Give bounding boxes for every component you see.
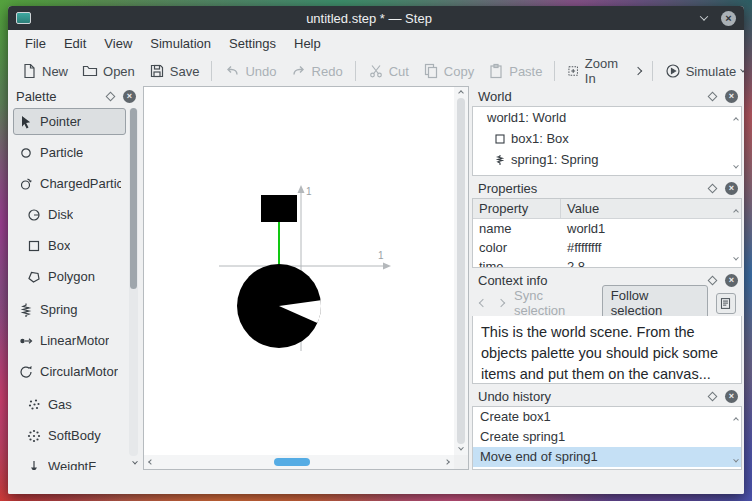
- canvas-hscroll-thumb[interactable]: [274, 458, 310, 466]
- pointer-icon: [18, 114, 34, 130]
- sync-selection-button[interactable]: Sync selection: [514, 288, 594, 318]
- spring-icon: [18, 302, 34, 318]
- simulate-button[interactable]: Simulate: [658, 60, 744, 82]
- float-panel-icon[interactable]: [708, 275, 718, 285]
- palette-item-pointer[interactable]: Pointer: [13, 108, 126, 135]
- palette-scrollbar-thumb[interactable]: [130, 108, 137, 289]
- palette-item-gas[interactable]: Gas: [21, 391, 126, 418]
- toolbar-separator: [554, 61, 555, 81]
- float-panel-icon[interactable]: [708, 183, 718, 193]
- copy-button[interactable]: Copy: [416, 60, 481, 82]
- particle-icon: [18, 145, 34, 161]
- palette-item-circularmotor[interactable]: CircularMotor: [13, 358, 126, 385]
- properties-panel: Properties × Property Value: [472, 178, 742, 268]
- palette-item-weightforce[interactable]: WeightF: [21, 453, 126, 470]
- float-panel-icon[interactable]: [106, 91, 116, 101]
- scroll-left-icon[interactable]: [149, 460, 153, 464]
- x-axis-unit-label: 1: [378, 250, 384, 261]
- app-icon[interactable]: [16, 12, 31, 24]
- scroll-right-icon[interactable]: [445, 460, 449, 464]
- scroll-down-icon[interactable]: [734, 451, 738, 466]
- properties-panel-title: Properties: [478, 181, 709, 196]
- simulate-dropdown-icon[interactable]: [740, 67, 744, 73]
- minimize-button[interactable]: [701, 15, 707, 21]
- palette-item-chargedparticle[interactable]: ChargedParticle: [13, 170, 126, 197]
- float-panel-icon[interactable]: [708, 391, 718, 401]
- scroll-down-icon[interactable]: [459, 447, 463, 451]
- undo-item-create-spring1[interactable]: Create spring1: [473, 427, 741, 447]
- value-column-header[interactable]: Value: [561, 199, 741, 218]
- scroll-up-icon[interactable]: [459, 91, 463, 95]
- palette-item-linearmotor[interactable]: LinearMotor: [13, 327, 126, 354]
- canvas-horizontal-scrollbar[interactable]: [144, 455, 454, 469]
- palette-item-box[interactable]: Box: [21, 232, 126, 259]
- tree-item-spring1[interactable]: spring1: Spring: [473, 149, 741, 170]
- palette-scrollbar[interactable]: [129, 108, 138, 456]
- menu-settings[interactable]: Settings: [220, 33, 285, 54]
- palette-scroll-down-icon[interactable]: [133, 453, 137, 468]
- back-button[interactable]: [478, 300, 488, 306]
- paste-button[interactable]: Paste: [481, 60, 549, 82]
- cut-icon: [368, 63, 384, 79]
- close-panel-icon[interactable]: ×: [725, 90, 738, 103]
- scroll-down-icon[interactable]: [734, 249, 738, 264]
- linear-motor-icon: [18, 333, 34, 349]
- canvas-vscroll-thumb[interactable]: [457, 98, 465, 444]
- menu-simulation[interactable]: Simulation: [141, 33, 220, 54]
- property-row-color[interactable]: color #ffffffff: [473, 238, 741, 257]
- palette-item-particle[interactable]: Particle: [13, 139, 126, 166]
- properties-table: Property Value name world1 color: [473, 199, 741, 268]
- undo-button[interactable]: Undo: [217, 60, 283, 82]
- new-button[interactable]: New: [14, 60, 75, 82]
- scroll-up-icon[interactable]: [734, 202, 738, 217]
- menu-help[interactable]: Help: [285, 33, 330, 54]
- redo-button[interactable]: Redo: [284, 60, 350, 82]
- tree-item-box1[interactable]: box1: Box: [473, 128, 741, 149]
- cut-button[interactable]: Cut: [361, 60, 416, 82]
- box1-shape[interactable]: [261, 195, 297, 222]
- menu-edit[interactable]: Edit: [55, 33, 95, 54]
- property-row-name[interactable]: name world1: [473, 219, 741, 238]
- palette-item-spring[interactable]: Spring: [13, 296, 126, 323]
- charged-particle-icon: [18, 176, 34, 192]
- forward-button[interactable]: [496, 300, 506, 306]
- world-panel: World × world1: World box1: Box: [472, 86, 742, 176]
- scene[interactable]: 1 1: [144, 87, 454, 455]
- step-app-window: untitled.step * — Step × File Edit View …: [8, 6, 744, 494]
- scroll-down-icon[interactable]: [734, 157, 738, 172]
- disk-icon: [26, 207, 42, 223]
- property-row-time[interactable]: time 2.8: [473, 257, 741, 268]
- world-canvas[interactable]: 1 1: [143, 86, 469, 470]
- float-panel-icon[interactable]: [708, 91, 718, 101]
- palette-item-polygon[interactable]: Polygon: [21, 263, 126, 290]
- box-icon: [26, 238, 42, 254]
- scroll-up-icon[interactable]: [734, 410, 738, 425]
- undo-item-move-end-of-spring1[interactable]: Move end of spring1: [473, 447, 741, 467]
- zoom-in-button[interactable]: Zoom In: [560, 53, 628, 89]
- menubar: File Edit View Simulation Settings Help: [8, 30, 744, 56]
- menu-view[interactable]: View: [95, 33, 141, 54]
- tree-item-world1[interactable]: world1: World: [473, 107, 741, 128]
- save-button[interactable]: Save: [142, 60, 207, 82]
- main-area: Palette × Pointer Particle Char: [8, 86, 744, 470]
- titlebar[interactable]: untitled.step * — Step ×: [8, 6, 744, 30]
- undo-history-panel-title: Undo history: [478, 389, 709, 404]
- open-button[interactable]: Open: [75, 60, 142, 82]
- open-in-browser-button[interactable]: [716, 293, 736, 314]
- menu-file[interactable]: File: [16, 33, 55, 54]
- close-panel-icon[interactable]: ×: [123, 90, 136, 103]
- close-panel-icon[interactable]: ×: [725, 274, 738, 287]
- close-panel-icon[interactable]: ×: [725, 390, 738, 403]
- close-button[interactable]: ×: [721, 11, 736, 26]
- close-panel-icon[interactable]: ×: [725, 182, 738, 195]
- scroll-up-icon[interactable]: [734, 110, 738, 125]
- canvas-vertical-scrollbar[interactable]: [454, 87, 468, 455]
- x-axis-arrowhead: [383, 263, 391, 270]
- property-column-header[interactable]: Property: [473, 199, 561, 218]
- undo-item-create-box1[interactable]: Create box1: [473, 407, 741, 427]
- toolbar-overflow-button[interactable]: [629, 65, 647, 77]
- palette-item-disk[interactable]: Disk: [21, 201, 126, 228]
- palette-item-softbody[interactable]: SoftBody: [21, 422, 126, 449]
- main-toolbar: New Open Save Undo Redo Cut: [8, 56, 744, 86]
- softbody-icon: [26, 428, 42, 444]
